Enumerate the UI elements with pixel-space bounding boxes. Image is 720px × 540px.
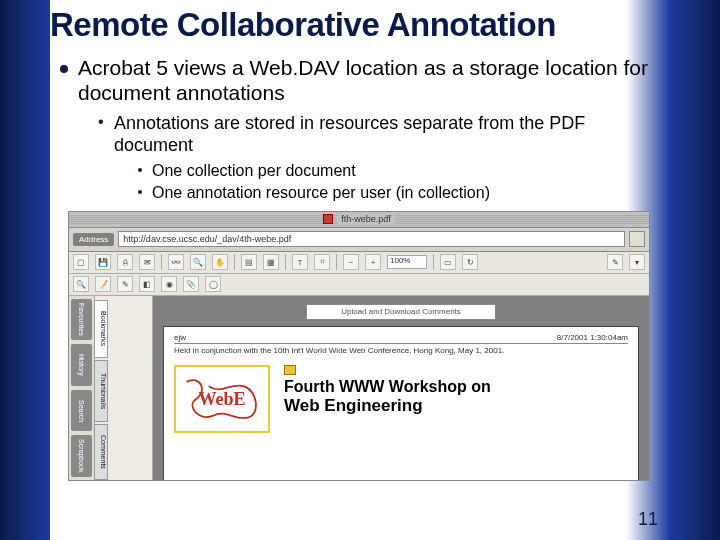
- bullet-level2: Annotations are stored in resources sepa…: [96, 112, 660, 203]
- acrobat-nav-panel: Bookmarks Thumbnails Comments: [95, 296, 153, 480]
- fit-icon[interactable]: ▭: [440, 254, 456, 270]
- bullet-level1: Acrobat 5 views a Web.DAV location as a …: [56, 55, 660, 203]
- attach-tool-icon[interactable]: 📎: [183, 276, 199, 292]
- zoom-in-icon[interactable]: +: [365, 254, 381, 270]
- page-icon[interactable]: ▤: [241, 254, 257, 270]
- sidebar-history[interactable]: History: [71, 344, 92, 386]
- text-select-icon[interactable]: T: [292, 254, 308, 270]
- conference-subtitle: Held in conjunction with the 10th Int'l …: [174, 346, 628, 356]
- pencil-tool-icon[interactable]: ✎: [117, 276, 133, 292]
- mail-icon[interactable]: ✉: [139, 254, 155, 270]
- slide-page-number: 11: [638, 509, 658, 530]
- upload-download-comments-button[interactable]: Upload and Download Comments: [306, 304, 496, 320]
- document-viewport: Upload and Download Comments ejw 8/7/200…: [153, 296, 649, 480]
- highlight-tool-icon[interactable]: ◧: [139, 276, 155, 292]
- binoculars-icon[interactable]: 👓: [168, 254, 184, 270]
- tab-comments[interactable]: Comments: [94, 424, 108, 480]
- stamp-tool-icon[interactable]: ◉: [161, 276, 177, 292]
- bullet-text-2: Annotations are stored in resources sepa…: [114, 113, 585, 156]
- sign-icon[interactable]: ✎: [607, 254, 623, 270]
- tab-bookmarks[interactable]: Bookmarks: [94, 300, 108, 358]
- annotation-user: ejw: [174, 333, 186, 342]
- window-titlebar: fth-webe.pdf: [69, 212, 649, 228]
- tab-thumbnails[interactable]: Thumbnails: [94, 360, 108, 422]
- crop-icon[interactable]: ⌗: [314, 254, 330, 270]
- zoom-field[interactable]: 100%: [387, 255, 427, 269]
- open-icon[interactable]: ▢: [73, 254, 89, 270]
- explorer-sidebar: Favourites History Search Scrapbook: [69, 296, 95, 480]
- find-icon[interactable]: 🔍: [190, 254, 206, 270]
- rotate-icon[interactable]: ↻: [462, 254, 478, 270]
- webe-logo: WebE: [174, 365, 270, 433]
- layout-icon[interactable]: ▦: [263, 254, 279, 270]
- go-button-icon[interactable]: [629, 231, 645, 247]
- address-label: Address: [73, 233, 114, 246]
- sidebar-scrapbook[interactable]: Scrapbook: [71, 435, 92, 477]
- toolbar-row-2: 🔍 📝 ✎ ◧ ◉ 📎 ◯: [69, 274, 649, 296]
- address-url[interactable]: http://dav.cse.ucsc.edu/_dav/4th-webe.pd…: [118, 231, 625, 247]
- zoom-out-icon[interactable]: −: [343, 254, 359, 270]
- window-title: fth-webe.pdf: [337, 214, 395, 224]
- workshop-line2: Web Engineering: [284, 396, 628, 416]
- sticky-note-icon[interactable]: [284, 365, 296, 375]
- sidebar-favourites[interactable]: Favourites: [71, 299, 92, 341]
- print-icon[interactable]: ⎙: [117, 254, 133, 270]
- acrobat-screenshot: fth-webe.pdf Address http://dav.cse.ucsc…: [68, 211, 650, 481]
- hand-icon[interactable]: ✋: [212, 254, 228, 270]
- save-icon[interactable]: 💾: [95, 254, 111, 270]
- note-tool-icon[interactable]: 📝: [95, 276, 111, 292]
- bullet-level3-b: One annotation resource per user (in col…: [136, 183, 660, 203]
- slide-title: Remote Collaborative Annotation: [50, 8, 660, 43]
- pdf-icon: [323, 214, 333, 224]
- address-bar: Address http://dav.cse.ucsc.edu/_dav/4th…: [69, 228, 649, 252]
- annotation-timestamp: 8/7/2001 1:30:04am: [557, 333, 628, 342]
- bullet-text-1: Acrobat 5 views a Web.DAV location as a …: [78, 56, 648, 105]
- toolbar-row-1: ▢ 💾 ⎙ ✉ 👓 🔍 ✋ ▤ ▦ T ⌗ − + 100% ▭ ↻ ✎ ▾: [69, 252, 649, 274]
- shape-tool-icon[interactable]: ◯: [205, 276, 221, 292]
- workshop-line1: Fourth WWW Workshop on: [284, 379, 628, 396]
- bullet-level3-a: One collection per document: [136, 161, 660, 181]
- webe-logo-text: WebE: [198, 389, 245, 410]
- sidebar-search[interactable]: Search: [71, 390, 92, 432]
- zoom-tool-icon[interactable]: 🔍: [73, 276, 89, 292]
- pdf-page: ejw 8/7/2001 1:30:04am Held in conjuncti…: [163, 326, 639, 480]
- menu-icon[interactable]: ▾: [629, 254, 645, 270]
